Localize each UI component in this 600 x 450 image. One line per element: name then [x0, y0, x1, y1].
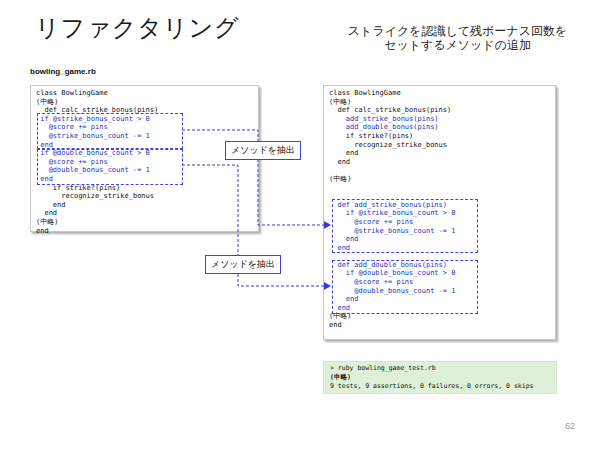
extract-method-label-2: メソッドを抽出 — [205, 255, 281, 274]
code-line: @strike_bonus_count -= 1 — [36, 132, 258, 141]
code-line: class BowlingGame — [36, 89, 258, 98]
code-line: end — [329, 295, 555, 304]
test-output-lines: > ruby bowling_game_test.rb(中略)9 tests, … — [330, 364, 550, 391]
code-line: (中略) — [36, 218, 258, 227]
code-line: end — [36, 175, 258, 184]
code-line: @double_bonus_count -= 1 — [36, 166, 258, 175]
code-line — [329, 166, 555, 175]
code-line: recognize_strike_bonus — [329, 141, 555, 150]
page-title: リファクタリング — [35, 12, 240, 44]
subtitle-line-1: ストライクを認識して残ボーナス回数を — [340, 24, 575, 38]
code-panel-after: class BowlingGame(中略) def calc_strike_bo… — [323, 85, 556, 340]
code-line: if @double_bonus_count > 0 — [329, 269, 555, 278]
code-line: @strike_bonus_count -= 1 — [329, 227, 555, 236]
code-line: end — [329, 244, 555, 253]
file-name-label: bowling_game.rb — [30, 67, 96, 76]
code-line: class BowlingGame — [329, 89, 555, 98]
code-line: end — [329, 304, 555, 313]
code-line: (中略) — [329, 175, 555, 184]
code-line: end — [36, 201, 258, 210]
code-line: > ruby bowling_game_test.rb — [330, 364, 550, 373]
code-line — [329, 252, 555, 261]
code-lines-after: class BowlingGame(中略) def calc_strike_bo… — [324, 86, 555, 330]
code-line: end — [329, 235, 555, 244]
code-line: end — [329, 149, 555, 158]
code-line: if strike?(pins) — [329, 132, 555, 141]
code-line: def calc_strike_bonus(pins) — [329, 106, 555, 115]
code-line: if @strike_bonus_count > 0 — [36, 115, 258, 124]
code-line: @double_bonus_count -= 1 — [329, 287, 555, 296]
code-line: def add_double_bonus(pins) — [329, 261, 555, 270]
code-line: if strike?(pins) — [36, 184, 258, 193]
page-number: 62 — [565, 421, 575, 431]
code-line: (中略) — [329, 98, 555, 107]
code-line: (中略) — [330, 373, 550, 382]
code-lines-before: class BowlingGame(中略) def calc_strike_bo… — [31, 86, 258, 235]
code-line: (中略) — [329, 312, 555, 321]
code-line: @score += pins — [329, 218, 555, 227]
code-line — [329, 184, 555, 193]
code-line: (中略) — [36, 98, 258, 107]
slide-subtitle: ストライクを認識して残ボーナス回数を セットするメソッドの追加 — [340, 24, 575, 52]
slide: リファクタリング ストライクを認識して残ボーナス回数を セットするメソッドの追加… — [0, 0, 600, 450]
test-output-box: > ruby bowling_game_test.rb(中略)9 tests, … — [323, 361, 557, 394]
code-line: end — [329, 158, 555, 167]
code-line: add_strike_bonus(pins) — [329, 115, 555, 124]
code-line: @score += pins — [36, 123, 258, 132]
code-line: end — [329, 321, 555, 330]
code-line: recognize_strike_bonus — [36, 192, 258, 201]
code-line: end — [36, 227, 258, 236]
code-line — [329, 192, 555, 201]
subtitle-line-2: セットするメソッドの追加 — [340, 38, 575, 52]
extract-method-label-1: メソッドを抽出 — [225, 141, 301, 160]
code-line: if @strike_bonus_count > 0 — [329, 209, 555, 218]
code-line: 9 tests, 9 assertions, 0 failures, 0 err… — [330, 382, 550, 391]
code-line: add_double_bonus(pins) — [329, 123, 555, 132]
code-line: def calc_strike_bonus(pins) — [36, 106, 258, 115]
code-line: @score += pins — [329, 278, 555, 287]
code-line: end — [36, 209, 258, 218]
code-line: def add_strike_bonus(pins) — [329, 201, 555, 210]
